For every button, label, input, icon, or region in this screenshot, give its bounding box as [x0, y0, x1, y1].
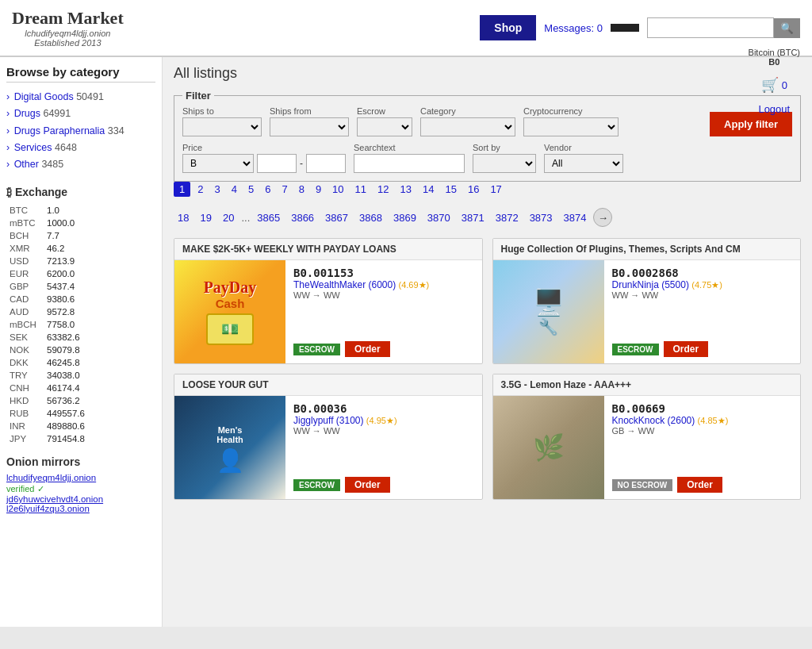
page-link-3872[interactable]: 3872 [492, 210, 523, 225]
messages-link[interactable]: Messages: 0 [544, 22, 603, 34]
page-link-10[interactable]: 10 [328, 182, 347, 197]
sidebar-category-digital-goods[interactable]: › Digital Goods 50491 [6, 89, 155, 106]
onion-title: Onion mirrors [6, 455, 155, 468]
listing-top-info: B0.00036Jigglypuff (3100) (4.95★)WW → WW [293, 402, 474, 436]
listing-title: 3.5G - Lemon Haze - AAA+++ [493, 374, 801, 396]
page-link-8[interactable]: 8 [295, 182, 308, 197]
cart-area[interactable]: 🛒 0 [761, 76, 787, 94]
exchange-row: JPY791454.8 [8, 433, 154, 444]
page-link-20[interactable]: 20 [219, 210, 238, 225]
crypto-select[interactable] [523, 117, 619, 136]
page-link-15[interactable]: 15 [441, 182, 460, 197]
sidebar-category-drugs-paraphernalia[interactable]: › Drugs Paraphernalia 334 [6, 123, 155, 140]
page-link-3[interactable]: 3 [210, 182, 224, 197]
sortby-select[interactable] [473, 154, 536, 173]
page-link-13[interactable]: 13 [396, 182, 416, 197]
page-link-19[interactable]: 19 [196, 210, 215, 225]
search-button[interactable]: 🔍 [774, 18, 800, 38]
logout-button[interactable]: Logout [758, 103, 790, 115]
listing-image: Men'sHealth 👤 [174, 396, 285, 499]
exchange-row: INR489880.6 [8, 421, 154, 432]
page-link-3874[interactable]: 3874 [560, 210, 591, 225]
listing-info: B0.00036Jigglypuff (3100) (4.95★)WW → WW… [285, 396, 482, 499]
listing-info: B0.00669KnockKnock (2600) (4.85★)GB → WW… [604, 396, 801, 499]
currency-rate: 1.0 [45, 205, 154, 216]
next-page-button[interactable]: → [593, 208, 612, 227]
page-link-3866[interactable]: 3866 [287, 210, 318, 225]
searchtext-input[interactable] [354, 154, 465, 173]
price-max-input[interactable] [306, 154, 346, 173]
category-bullet: › [6, 142, 10, 153]
onion-link-1[interactable]: jd6yhuwcivehvdt4.onion [6, 494, 155, 504]
listing-vendor[interactable]: KnockKnock (2600) (4.85★) [612, 415, 793, 426]
search-input[interactable] [647, 17, 774, 38]
page-link-2[interactable]: 2 [193, 182, 207, 197]
apply-filter-button[interactable]: Apply filter [710, 112, 792, 136]
price-separator: - [300, 158, 303, 169]
page-link-17[interactable]: 17 [486, 182, 505, 197]
exchange-row: SEK63382.6 [8, 332, 154, 343]
order-button[interactable]: Order [345, 341, 390, 357]
order-button[interactable]: Order [677, 477, 722, 493]
ships-from-select[interactable] [270, 117, 349, 136]
sidebar-category-drugs[interactable]: › Drugs 64991 [6, 106, 155, 122]
listing-title: Huge Collection Of Plugins, Themes, Scri… [493, 239, 801, 260]
onion-link-0[interactable]: lchudifyeqm4ldjj.onion [6, 473, 155, 482]
onion-link-2[interactable]: l2e6lyuif4zqu3.onion [6, 504, 155, 513]
header-right: Shop Messages: 0 🔍 [480, 15, 800, 40]
page-link-9[interactable]: 9 [312, 182, 325, 197]
pagination-row-2: 181920...3865386638673868386938703871387… [174, 208, 801, 227]
page-link-3865[interactable]: 3865 [253, 210, 284, 225]
page-link-3869[interactable]: 3869 [389, 210, 420, 225]
listing-card-3: 3.5G - Lemon Haze - AAA+++ 🌿 B0.00669Kno… [492, 374, 802, 500]
ships-to-select[interactable] [182, 117, 262, 136]
currency-rate: 56736.2 [45, 395, 154, 406]
searchtext-group: Searchtext [354, 143, 465, 173]
price-label: Price [182, 143, 346, 152]
page-link-18[interactable]: 18 [174, 210, 193, 225]
page-link-11[interactable]: 11 [351, 182, 370, 197]
listing-vendor[interactable]: DrunkNinja (5500) (4.75★) [612, 279, 793, 290]
page-link-3868[interactable]: 3868 [355, 210, 386, 225]
order-button[interactable]: Order [345, 477, 390, 493]
order-button[interactable]: Order [664, 341, 709, 357]
sidebar-category-other[interactable]: › Other 3485 [6, 156, 155, 173]
user-block [611, 24, 639, 32]
price-min-input[interactable] [257, 154, 297, 173]
vendor-select[interactable]: All [544, 154, 623, 173]
page-link-5[interactable]: 5 [244, 182, 258, 197]
currency-rate: 9380.6 [45, 294, 154, 305]
page-link-3873[interactable]: 3873 [526, 210, 557, 225]
btc-info: Bitcoin (BTC) B0 [749, 48, 800, 67]
listing-top-info: B0.0002868DrunkNinja (5500) (4.75★)WW → … [612, 267, 793, 300]
listing-body: PayDay Cash 💵 B0.001153TheWealthMaker (6… [174, 260, 482, 363]
page-link-7[interactable]: 7 [278, 182, 291, 197]
page-link-4[interactable]: 4 [228, 182, 241, 197]
shop-button[interactable]: Shop [480, 15, 536, 40]
bitcoin-icon: ₿ [6, 186, 12, 198]
page-link-1[interactable]: 1 [174, 182, 190, 197]
page-link-3870[interactable]: 3870 [423, 210, 454, 225]
page-link-3871[interactable]: 3871 [458, 210, 488, 225]
btc-amount: B0 [768, 57, 779, 67]
page-link-14[interactable]: 14 [419, 182, 438, 197]
listing-badges: ESCROWOrder [293, 341, 474, 357]
page-link-16[interactable]: 16 [464, 182, 483, 197]
sidebar-category-services[interactable]: › Services 4648 [6, 140, 155, 156]
category-filter-select[interactable] [420, 117, 515, 136]
page-link-6[interactable]: 6 [261, 182, 274, 197]
listing-info: B0.001153TheWealthMaker (6000) (4.69★)WW… [285, 260, 482, 363]
listing-card-2: LOOSE YOUR GUT Men'sHealth 👤 B0.00036Jig… [174, 374, 483, 500]
currency-name: BCH [8, 230, 44, 241]
listing-vendor[interactable]: TheWealthMaker (6000) (4.69★) [293, 279, 474, 290]
exchange-row: TRY34038.0 [8, 370, 154, 381]
page-link-3867[interactable]: 3867 [321, 210, 352, 225]
page-link-12[interactable]: 12 [373, 182, 393, 197]
site-onion: lchudifyeqm4ldjj.onion [12, 29, 124, 38]
exchange-row: HKD56736.2 [8, 395, 154, 406]
listing-rating: (4.95★) [366, 416, 397, 425]
price-currency-select[interactable]: B [182, 154, 254, 173]
listing-top-info: B0.001153TheWealthMaker (6000) (4.69★)WW… [293, 267, 474, 300]
listing-vendor[interactable]: Jigglypuff (3100) (4.95★) [293, 415, 474, 426]
escrow-select[interactable] [357, 117, 412, 136]
